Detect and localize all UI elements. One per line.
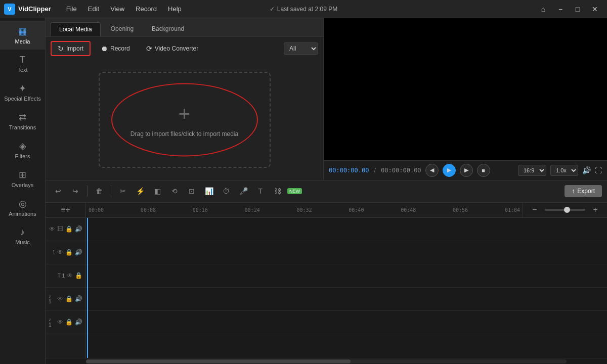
playhead: [87, 218, 88, 358]
visibility-icon-1[interactable]: 👁: [49, 225, 55, 233]
sidebar-item-special-effects[interactable]: ✦ Special Effects: [0, 78, 45, 107]
track-label-2: 1: [52, 250, 55, 255]
visibility-icon-4[interactable]: 👁: [57, 295, 63, 302]
track-label-3: T 1: [58, 273, 65, 279]
mark-0: 00:00: [89, 207, 104, 213]
toolbar-separator-2: [111, 186, 111, 197]
visibility-icon-2[interactable]: 👁: [57, 249, 63, 256]
visibility-icon-5[interactable]: 👁: [57, 318, 63, 326]
play-button[interactable]: ▶: [443, 164, 456, 177]
audio-icon-1[interactable]: 🔊: [75, 225, 82, 233]
sidebar-label-animations: Animations: [9, 211, 36, 217]
lock-icon-1[interactable]: 🔒: [65, 225, 73, 233]
scale-button[interactable]: ⊡: [184, 184, 199, 199]
film-icon-1[interactable]: 🎞: [57, 225, 63, 233]
video-converter-button[interactable]: ⟳ Video Converter: [140, 42, 205, 55]
audio-icon-5[interactable]: 🔊: [75, 318, 82, 326]
filter-select-wrapper[interactable]: All Video Audio Image: [284, 42, 318, 55]
fullscreen-icon[interactable]: ⛶: [595, 166, 602, 174]
close-button[interactable]: ✕: [587, 2, 603, 16]
home-button[interactable]: ⌂: [535, 2, 551, 16]
prev-frame-button[interactable]: ◀: [425, 164, 439, 177]
content-area: Local Media Opening Background ↻ Import …: [46, 18, 607, 364]
lock-icon-4[interactable]: 🔒: [65, 295, 73, 302]
chart-button[interactable]: 📊: [201, 184, 216, 199]
time-separator: /: [374, 166, 376, 174]
rotate-button[interactable]: ⟲: [167, 184, 182, 199]
preview-video: [324, 18, 607, 160]
text-button[interactable]: T: [253, 184, 268, 199]
import-area[interactable]: + Drag to import files/click to import m…: [46, 60, 323, 180]
menu-file[interactable]: File: [61, 3, 82, 15]
dropzone-text: Drag to import files/click to import med…: [131, 130, 238, 138]
zoom-select[interactable]: 1.0x 0.5x 2.0x: [550, 165, 578, 176]
track-row-3: [86, 264, 607, 288]
link-button[interactable]: ⛓: [270, 184, 285, 199]
toolbar-separator-1: [87, 186, 88, 197]
add-track-button[interactable]: ≡+: [46, 203, 86, 217]
menu-record[interactable]: Record: [131, 3, 162, 15]
maximize-button[interactable]: □: [570, 2, 586, 16]
check-icon: ✓: [270, 6, 275, 13]
timeline-scrollbar: [46, 358, 607, 364]
stop-button[interactable]: ■: [477, 164, 490, 177]
import-button[interactable]: ↻ Import: [51, 41, 91, 56]
delete-button[interactable]: 🗑: [92, 184, 107, 199]
sidebar-item-transitions[interactable]: ⇄ Transitions: [0, 107, 45, 135]
minimize-button[interactable]: −: [552, 2, 569, 16]
tab-background[interactable]: Background: [144, 22, 192, 36]
track-row-4: [86, 288, 607, 311]
sidebar-label-music: Music: [15, 239, 30, 245]
track-row-2: [86, 241, 607, 264]
redo-button[interactable]: ↪: [68, 184, 83, 199]
timeline-ruler: 00:00 00:08 00:16 00:24 00:32 00:40 00:4…: [86, 207, 523, 213]
next-frame-button[interactable]: ▶: [460, 164, 473, 177]
undo-button[interactable]: ↩: [51, 184, 66, 199]
sidebar-item-media[interactable]: ▦ Media: [0, 21, 45, 50]
timer-button[interactable]: ⏱: [219, 184, 234, 199]
record-button[interactable]: ⏺ Record: [95, 42, 136, 55]
lock-icon-2[interactable]: 🔒: [65, 249, 73, 256]
panel-toolbar: ↻ Import ⏺ Record ⟳ Video Converter All: [46, 37, 323, 60]
mark-4: 00:32: [296, 207, 312, 213]
tab-opening[interactable]: Opening: [103, 22, 142, 36]
split-button[interactable]: ⚡: [133, 184, 148, 199]
tab-local-media[interactable]: Local Media: [51, 22, 101, 36]
zoom-slider-thumb: [564, 207, 570, 213]
scrollbar-thumb[interactable]: [86, 359, 351, 363]
preview-area: 00:00:00.00 / 00:00:00.00 ◀ ▶ ▶ ■ 16:9 4…: [324, 18, 607, 180]
app-title: VidClipper: [18, 5, 51, 13]
volume-icon[interactable]: 🔊: [582, 166, 591, 174]
crop-button[interactable]: ✂: [115, 184, 131, 199]
menu-view[interactable]: View: [105, 3, 129, 15]
zoom-slider[interactable]: [545, 209, 585, 211]
sidebar-item-overlays[interactable]: ⊞ Overlays: [0, 164, 45, 193]
menu-help[interactable]: Help: [163, 3, 187, 15]
track-row-1: [86, 218, 607, 241]
mic-button[interactable]: 🎤: [236, 184, 251, 199]
track-ctrl-5: ♪ 1 👁 🔒 🔊: [46, 311, 85, 334]
menu-edit[interactable]: Edit: [83, 3, 104, 15]
mark-6: 00:48: [401, 207, 416, 213]
dropzone[interactable]: + Drag to import files/click to import m…: [99, 72, 271, 168]
scrollbar-track[interactable]: [86, 359, 567, 363]
lock-icon-3[interactable]: 🔒: [75, 272, 82, 279]
sidebar-label-transitions: Transitions: [9, 124, 36, 130]
audio-icon-4[interactable]: 🔊: [75, 295, 82, 302]
audio-icon-2[interactable]: 🔊: [75, 249, 82, 256]
zoom-out-button[interactable]: −: [527, 202, 542, 217]
visibility-icon-3[interactable]: 👁: [67, 272, 73, 279]
filter-dropdown[interactable]: All Video Audio Image: [284, 42, 318, 55]
mark-3: 00:24: [245, 207, 260, 213]
tab-bar: Local Media Opening Background: [46, 18, 323, 37]
sidebar-item-text[interactable]: T Text: [0, 50, 45, 78]
sidebar-item-animations[interactable]: ◎ Animations: [0, 193, 45, 222]
sidebar-item-music[interactable]: ♪ Music: [0, 222, 45, 250]
export-button[interactable]: ↑ Export: [565, 185, 602, 197]
zoom-in-button[interactable]: +: [588, 202, 603, 217]
trim-button[interactable]: ◧: [150, 184, 165, 199]
ratio-select[interactable]: 16:9 4:3 1:1: [518, 165, 546, 176]
sidebar-item-filters[interactable]: ◈ Filters: [0, 135, 45, 164]
lock-icon-5[interactable]: 🔒: [65, 318, 73, 326]
sidebar: ▦ Media T Text ✦ Special Effects ⇄ Trans…: [0, 18, 46, 364]
